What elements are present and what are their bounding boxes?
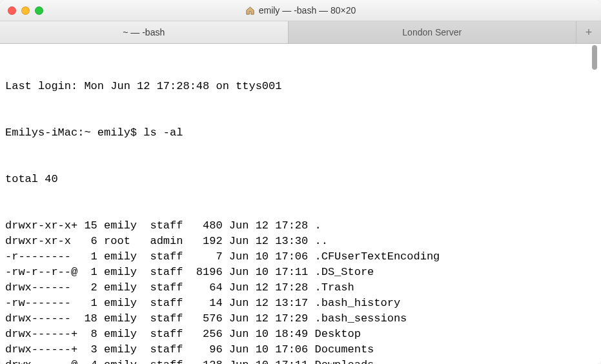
window-title: emily — -bash — 80×20 [0, 5, 601, 15]
terminal-window: emily — -bash — 80×20 ~ — -bash London S… [0, 0, 601, 364]
last-login-line: Last login: Mon Jun 12 17:28:48 on ttys0… [5, 79, 596, 94]
prompt-line: Emilys-iMac:~ emily$ ls -al [5, 125, 596, 141]
prompt: Emilys-iMac:~ emily$ [5, 126, 143, 139]
file-listing: drwxr-xr-x+ 15 emily staff 480 Jun 12 17… [5, 218, 596, 364]
list-item: drwxr-xr-x+ 15 emily staff 480 Jun 12 17… [5, 218, 596, 234]
list-item: drwx------@ 4 emily staff 128 Jun 10 17:… [5, 358, 596, 364]
list-item: drwx------+ 3 emily staff 96 Jun 10 17:0… [5, 342, 596, 358]
tab-bar: ~ — -bash London Server + [0, 21, 601, 44]
command: ls -al [143, 126, 183, 139]
window-controls [0, 6, 43, 15]
window-title-text: emily — -bash — 80×20 [259, 5, 356, 15]
tab-london-server[interactable]: London Server [289, 21, 577, 43]
scrollbar[interactable] [589, 44, 600, 363]
zoom-icon[interactable] [35, 6, 43, 15]
list-item: -rw-r--r--@ 1 emily staff 8196 Jun 10 17… [5, 265, 596, 280]
list-item: -rw------- 1 emily staff 14 Jun 12 13:17… [5, 296, 596, 311]
tab-bash[interactable]: ~ — -bash [0, 21, 289, 43]
list-item: drwx------ 18 emily staff 576 Jun 12 17:… [5, 311, 596, 327]
tab-label: ~ — -bash [123, 27, 165, 37]
titlebar: emily — -bash — 80×20 [0, 0, 601, 21]
terminal-content[interactable]: Last login: Mon Jun 12 17:28:48 on ttys0… [0, 44, 601, 364]
list-item: drwx------+ 8 emily staff 256 Jun 10 18:… [5, 327, 596, 342]
list-item: -r-------- 1 emily staff 7 Jun 10 17:06 … [5, 249, 596, 265]
list-item: drwx------ 2 emily staff 64 Jun 12 17:28… [5, 280, 596, 296]
minimize-icon[interactable] [21, 6, 30, 15]
list-item: drwxr-xr-x 6 root admin 192 Jun 12 13:30… [5, 234, 596, 249]
scrollbar-thumb[interactable] [592, 45, 597, 70]
plus-icon: + [586, 26, 593, 39]
tab-label: London Server [402, 27, 462, 37]
close-icon[interactable] [8, 6, 16, 15]
add-tab-button[interactable]: + [576, 21, 601, 43]
total-line: total 40 [5, 172, 596, 187]
home-icon [245, 6, 255, 15]
